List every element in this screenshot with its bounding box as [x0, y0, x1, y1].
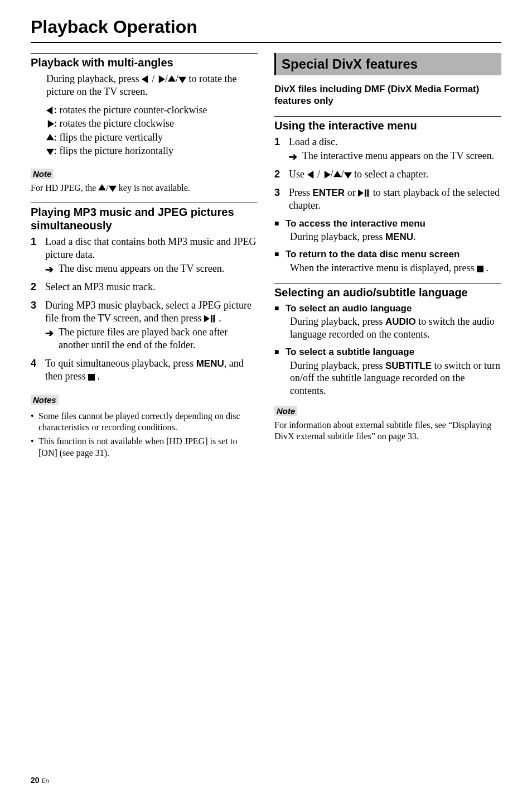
- menu-key: MENU: [385, 232, 413, 242]
- step-number: 2: [274, 168, 280, 181]
- text: : flips the picture horizontally: [54, 145, 173, 156]
- arrow-icon: ➔: [289, 151, 297, 164]
- mp3-jpeg-heading: Playing MP3 music and JPEG pictures simu…: [31, 205, 258, 232]
- left-icon: [307, 171, 315, 179]
- rotation-list: : rotates the picture counter-clockwise …: [31, 103, 258, 157]
- step-number: 3: [274, 186, 280, 199]
- divx-banner: Special DivX features: [274, 53, 501, 75]
- step-number: 3: [31, 299, 36, 312]
- chapter-title: Playback Operation: [31, 17, 501, 37]
- text: Load a disc that contains both MP3 music…: [45, 236, 256, 260]
- section-rule: [274, 116, 501, 117]
- return-menu-title: ■ To return to the data disc menu screen: [274, 248, 501, 260]
- note-label: Note: [274, 406, 297, 416]
- down-icon: [109, 184, 117, 192]
- page-lang: En: [41, 777, 49, 784]
- square-icon: ■: [274, 347, 279, 357]
- text: Select an MP3 music track.: [45, 281, 155, 292]
- text: : rotates the picture clockwise: [54, 118, 174, 129]
- text: .: [216, 313, 221, 324]
- divx-subtitle: DivX files including DMF (DivX Media For…: [274, 83, 501, 107]
- text: Press: [289, 187, 313, 198]
- subtitle-lang-body: During playback, press SUBTITLE to switc…: [274, 359, 501, 397]
- square-icon: ■: [274, 219, 279, 229]
- section-rule: [31, 53, 258, 54]
- text: Load a disc.: [289, 136, 337, 147]
- multi-angles-heading: Playback with multi-angles: [31, 56, 258, 69]
- stop-icon: [477, 266, 483, 272]
- text: To select a subtitle language: [286, 347, 414, 357]
- square-icon: ■: [274, 304, 279, 314]
- text: To select an audio language: [286, 303, 412, 314]
- right-icon: [323, 171, 331, 179]
- list-item: : flips the picture vertically: [31, 131, 258, 144]
- access-menu-body: During playback, press MENU.: [274, 230, 501, 243]
- up-icon: [333, 171, 341, 179]
- return-menu-body: When the interactive menu is displayed, …: [274, 262, 501, 275]
- left-icon: [46, 107, 54, 114]
- arrow-icon: ➔: [45, 263, 54, 276]
- left-icon: [142, 75, 149, 83]
- notes-list: Some files cannot be played correctly de…: [31, 411, 258, 459]
- page-footer: 20 En: [31, 776, 49, 785]
- down-icon: [46, 147, 54, 155]
- text: : flips the picture vertically: [54, 132, 163, 143]
- text: or: [345, 187, 358, 198]
- text: To return to the data disc menu screen: [286, 249, 460, 259]
- menu-key: MENU: [196, 358, 224, 369]
- step-2: 2 Use / // to select a chapter.: [274, 168, 501, 181]
- access-menu-title: ■ To access the interactive menu: [274, 218, 501, 229]
- audio-lang-body: During playback, press AUDIO to switch t…: [274, 315, 501, 340]
- audio-key: AUDIO: [385, 316, 416, 327]
- interactive-menu-heading: Using the interactive menu: [274, 119, 501, 132]
- note-item: Some files cannot be played correctly de…: [31, 411, 258, 434]
- down-icon: [344, 171, 352, 179]
- text: To quit simultaneous playback, press: [45, 358, 196, 369]
- step-sub: ➔The interactive menu appears on the TV …: [289, 150, 501, 162]
- subtitle-key: SUBTITLE: [385, 360, 432, 371]
- step-3: 3 During MP3 music playback, select a JP…: [31, 299, 258, 352]
- text: During playback, press: [46, 73, 142, 84]
- up-icon: [168, 75, 176, 83]
- up-icon: [46, 134, 54, 142]
- text: key is not available.: [117, 183, 190, 193]
- step-number: 2: [31, 281, 36, 294]
- play-pause-icon: [204, 315, 216, 323]
- play-pause-icon: [358, 189, 370, 197]
- right-icon: [46, 120, 54, 128]
- list-item: : rotates the picture counter-clockwise: [31, 103, 258, 117]
- step-2: 2 Select an MP3 music track.: [31, 281, 258, 294]
- mp3-steps: 1 Load a disc that contains both MP3 mus…: [31, 235, 258, 383]
- enter-key: ENTER: [313, 188, 345, 198]
- list-item: : rotates the picture clockwise: [31, 117, 258, 130]
- step-number: 4: [31, 357, 36, 370]
- note-label: Note: [31, 169, 54, 179]
- text: For HD JPEG, the: [31, 183, 98, 193]
- text: .: [413, 231, 416, 242]
- up-icon: [98, 184, 106, 192]
- stop-icon: [88, 374, 95, 381]
- text: The interactive menu appears on the TV s…: [302, 150, 494, 161]
- down-icon: [178, 75, 186, 83]
- right-icon: [157, 75, 165, 83]
- list-item: : flips the picture horizontally: [31, 144, 258, 157]
- left-column: Playback with multi-angles During playba…: [31, 53, 258, 462]
- text: During playback, press: [290, 316, 385, 327]
- step-sub: ➔The disc menu appears on the TV screen.: [45, 262, 258, 275]
- step-1: 1 Load a disc that contains both MP3 mus…: [31, 235, 258, 275]
- note-external-subs: For information about external subtitle …: [274, 420, 501, 442]
- notes-label: Notes: [31, 395, 59, 405]
- text: The disc menu appears on the TV screen.: [59, 263, 224, 274]
- text: .: [483, 262, 489, 273]
- step-number: 1: [31, 235, 36, 248]
- text: .: [95, 371, 100, 382]
- note-item: This function is not available when [HD …: [31, 436, 258, 459]
- text: During playback, press: [290, 360, 385, 371]
- text: To access the interactive menu: [286, 218, 425, 229]
- text: During playback, press: [290, 231, 385, 242]
- audio-subtitle-heading: Selecting an audio/subtitle language: [274, 286, 501, 299]
- text: Use: [289, 169, 307, 180]
- subtitle-lang-title: ■ To select a subtitle language: [274, 346, 501, 358]
- step-number: 1: [274, 136, 280, 148]
- note-hdjpeg: For HD JPEG, the / key is not available.: [31, 182, 258, 194]
